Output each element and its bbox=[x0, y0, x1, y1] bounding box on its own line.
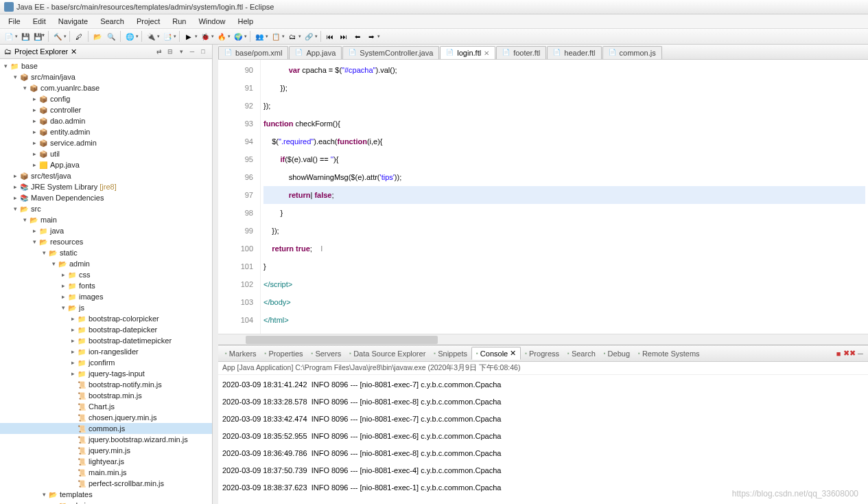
menu-project[interactable]: Project bbox=[131, 16, 165, 27]
menu-file[interactable]: File bbox=[3, 16, 26, 27]
toolbar-button[interactable]: 🔥 bbox=[215, 30, 228, 43]
tree-toggle[interactable]: ▾ bbox=[21, 216, 29, 223]
toolbar-button[interactable]: 💾 bbox=[19, 30, 32, 43]
tree-node[interactable]: ▸bootstrap-datepicker bbox=[0, 324, 212, 335]
tree-toggle[interactable]: ▾ bbox=[40, 491, 48, 498]
tree-node[interactable]: ▾static bbox=[0, 247, 212, 258]
close-icon[interactable]: ✕ bbox=[484, 49, 489, 57]
tree-node[interactable]: ▸jquery-tags-input bbox=[0, 368, 212, 379]
tree-toggle[interactable]: ▸ bbox=[30, 150, 38, 157]
chevron-down-icon[interactable]: ▾ bbox=[211, 34, 214, 39]
editor-tab[interactable]: 📄SystemController.java bbox=[342, 46, 439, 59]
toolbar-button[interactable]: 📋 bbox=[270, 30, 282, 43]
split-handle[interactable] bbox=[213, 45, 218, 504]
bottom-tab-console[interactable]: ▪Console ✕ bbox=[471, 347, 521, 360]
panel-min-icon[interactable]: ─ bbox=[856, 349, 865, 358]
bottom-tab-snippets[interactable]: ▪Snippets bbox=[430, 348, 471, 359]
tree-toggle[interactable]: ▸ bbox=[30, 95, 38, 102]
tree-node[interactable]: ▸bootstrap-colorpicker bbox=[0, 313, 212, 324]
tree-node[interactable]: ▸jconfirm bbox=[0, 357, 212, 368]
tree-node[interactable]: ▸config bbox=[0, 93, 212, 104]
tree-toggle[interactable]: ▸ bbox=[69, 359, 77, 366]
chevron-down-icon[interactable]: ▾ bbox=[64, 34, 67, 39]
toolbar-button[interactable]: 🗂 bbox=[286, 30, 298, 43]
toolbar-button[interactable]: 📑 bbox=[161, 30, 174, 43]
toolbar-button[interactable]: 🖊 bbox=[73, 30, 85, 43]
tree-toggle[interactable]: ▸ bbox=[69, 337, 77, 344]
menu-search[interactable]: Search bbox=[95, 16, 130, 27]
console-output[interactable]: 2020-03-09 18:31:41.242 INFO 8096 --- [n… bbox=[218, 375, 868, 504]
scrollbar-thumb[interactable] bbox=[246, 336, 438, 344]
menu-run[interactable]: Run bbox=[167, 16, 191, 27]
collapse-all-icon[interactable]: ⊟ bbox=[165, 47, 175, 56]
tree-toggle[interactable]: ▸ bbox=[11, 172, 19, 179]
chevron-down-icon[interactable]: ▾ bbox=[195, 34, 198, 39]
tree-toggle[interactable]: ▸ bbox=[69, 326, 77, 333]
tree-toggle[interactable]: ▸ bbox=[59, 282, 67, 289]
menu-help[interactable]: Help bbox=[233, 16, 259, 27]
chevron-down-icon[interactable]: ▾ bbox=[174, 34, 176, 39]
bottom-tab-progress[interactable]: ▪Progress bbox=[521, 348, 563, 359]
toolbar-button[interactable]: ⬅ bbox=[351, 30, 364, 43]
tree-node[interactable]: ▸bootstrap-datetimepicker bbox=[0, 335, 212, 346]
maximize-icon[interactable]: □ bbox=[198, 47, 208, 56]
tree-toggle[interactable]: ▾ bbox=[30, 238, 38, 245]
code-editor[interactable]: 90919293949596979899100101102103104 var … bbox=[218, 60, 868, 334]
editor-hscrollbar[interactable] bbox=[218, 334, 868, 345]
toolbar-button[interactable]: 📄 bbox=[3, 30, 15, 43]
close-icon[interactable]: ✕ bbox=[510, 349, 516, 358]
tree-toggle[interactable]: ▸ bbox=[30, 227, 38, 234]
chevron-down-icon[interactable]: ▾ bbox=[228, 34, 231, 39]
tree-node[interactable]: ▸util bbox=[0, 148, 212, 159]
tree-toggle[interactable]: ▸ bbox=[30, 106, 38, 113]
tree-node[interactable]: bootstrap-notify.min.js bbox=[0, 379, 212, 390]
view-menu-icon[interactable]: ▾ bbox=[176, 47, 186, 56]
tree-node[interactable]: ▸JRE System Library [jre8] bbox=[0, 181, 212, 192]
tree-node[interactable]: ▾src/main/java bbox=[0, 71, 212, 82]
tree-toggle[interactable]: ▸ bbox=[59, 293, 67, 300]
tree-node[interactable]: ▸ion-rangeslider bbox=[0, 346, 212, 357]
tree-toggle[interactable]: ▾ bbox=[59, 304, 67, 311]
menu-window[interactable]: Window bbox=[193, 16, 231, 27]
tree-node[interactable]: bootstrap.min.js bbox=[0, 390, 212, 401]
tree-toggle[interactable]: ▸ bbox=[30, 139, 38, 146]
toolbar-button[interactable]: 🔨 bbox=[51, 30, 64, 43]
menu-navigate[interactable]: Navigate bbox=[53, 16, 93, 27]
tree-node[interactable]: chosen.jquery.min.js bbox=[0, 412, 212, 423]
bottom-tab-search[interactable]: ▪Search bbox=[563, 348, 600, 359]
chevron-down-icon[interactable]: ▾ bbox=[315, 34, 318, 39]
remove-all-icon[interactable]: ✖✖ bbox=[845, 349, 854, 358]
editor-tab[interactable]: 📄common.js bbox=[602, 46, 662, 59]
toolbar-button[interactable]: ⏮ bbox=[324, 30, 336, 43]
tree-toggle[interactable]: ▾ bbox=[11, 205, 19, 212]
terminate-icon[interactable]: ■ bbox=[834, 349, 843, 358]
toolbar-button[interactable]: 🐞 bbox=[199, 30, 211, 43]
tree-toggle[interactable]: ▾ bbox=[11, 73, 19, 80]
toolbar-button[interactable]: 👥 bbox=[253, 30, 266, 43]
project-tree[interactable]: ▾base▾src/main/java▾com.yuanlrc.base▸con… bbox=[0, 59, 212, 504]
chevron-down-icon[interactable]: ▾ bbox=[15, 34, 18, 39]
tree-node[interactable]: ▾main bbox=[0, 214, 212, 225]
tree-node[interactable]: ▸Maven Dependencies bbox=[0, 192, 212, 203]
editor-tab[interactable]: 📄login.ftl✕ bbox=[440, 46, 495, 59]
toolbar-button[interactable]: 💾* bbox=[33, 30, 45, 43]
chevron-down-icon[interactable]: ▾ bbox=[244, 34, 247, 39]
tree-toggle[interactable]: ▸ bbox=[30, 128, 38, 135]
tree-node[interactable]: common.js bbox=[0, 423, 212, 434]
code-lines[interactable]: var cpacha = $("#cpacha").val(); });});f… bbox=[261, 60, 868, 334]
chevron-down-icon[interactable]: ▾ bbox=[136, 34, 139, 39]
tree-node[interactable]: lightyear.js bbox=[0, 456, 212, 467]
tree-toggle[interactable]: ▸ bbox=[11, 194, 19, 201]
tree-toggle[interactable]: ▸ bbox=[69, 348, 77, 355]
link-editor-icon[interactable]: ⇄ bbox=[154, 47, 164, 56]
tree-node[interactable]: ▾base bbox=[0, 60, 212, 71]
tree-node[interactable]: ▾resources bbox=[0, 236, 212, 247]
tree-toggle[interactable]: ▸ bbox=[30, 117, 38, 124]
tree-node[interactable]: ▸css bbox=[0, 269, 212, 280]
bottom-tab-servers[interactable]: ▪Servers bbox=[307, 348, 346, 359]
tree-toggle[interactable]: ▾ bbox=[1, 62, 10, 69]
tree-node[interactable]: jquery.min.js bbox=[0, 445, 212, 456]
tree-node[interactable]: ▾js bbox=[0, 302, 212, 313]
tree-node[interactable]: perfect-scrollbar.min.js bbox=[0, 478, 212, 489]
tree-toggle[interactable]: ▾ bbox=[40, 249, 48, 256]
